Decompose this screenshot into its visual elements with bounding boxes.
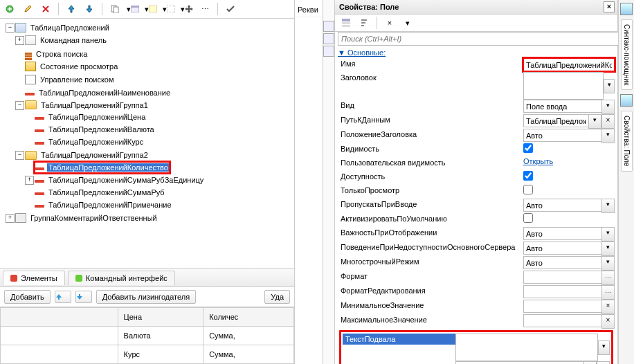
chevron-down-icon[interactable]: ▾: [601, 227, 615, 242]
uservis-link[interactable]: Открыть: [523, 157, 553, 165]
footer-path-input[interactable]: [455, 361, 583, 364]
tree-root[interactable]: ТаблицаПредложений: [29, 24, 111, 32]
ellipsis-icon[interactable]: …: [601, 285, 615, 300]
importance-select[interactable]: [523, 227, 601, 240]
max-input[interactable]: [523, 314, 601, 327]
chevron-down-icon[interactable]: ▾: [598, 340, 610, 355]
readonly-checkbox[interactable]: [523, 185, 533, 194]
field-icon: [35, 205, 44, 208]
tree-item[interactable]: Командная панель: [39, 36, 108, 44]
tree-item[interactable]: ТаблицаПредложенийПримечание: [47, 201, 173, 209]
tab-elements[interactable]: Элементы: [3, 271, 65, 285]
tree-group1[interactable]: ТаблицаПредложенийГруппа1: [39, 101, 150, 109]
multiline-select[interactable]: [523, 256, 601, 269]
more-icon[interactable]: ⋯: [198, 2, 212, 16]
expander-icon[interactable]: −: [6, 24, 15, 33]
syntax-tab[interactable]: Синтакс-помощник: [621, 19, 633, 90]
svg-rect-6: [167, 6, 175, 12]
close-icon[interactable]: ×: [604, 1, 615, 12]
mini-icon[interactable]: [323, 33, 334, 44]
rekv-label[interactable]: Рекви: [295, 3, 323, 17]
visibility-checkbox[interactable]: [523, 143, 533, 153]
clear-icon[interactable]: ×: [601, 314, 615, 329]
path-select[interactable]: [523, 114, 588, 127]
delete-icon[interactable]: [39, 2, 53, 16]
check-icon[interactable]: [224, 2, 237, 16]
kind-select[interactable]: [523, 100, 601, 113]
tree-item[interactable]: Состояние просмотра: [39, 62, 119, 71]
tree-item[interactable]: ТаблицаПредложенийСуммаРуб: [47, 188, 166, 197]
chevron-down-icon[interactable]: ▾: [588, 114, 601, 129]
tab-dot-icon: [10, 275, 17, 282]
activate-checkbox[interactable]: [523, 213, 533, 223]
panel-icon[interactable]: ▾: [144, 2, 158, 16]
sort-icon[interactable]: [357, 16, 371, 30]
tree-bottom[interactable]: ГруппаКомментарийОтветственный: [29, 214, 158, 222]
up-button[interactable]: [55, 291, 71, 303]
titlepos-select[interactable]: [523, 129, 601, 142]
prop-label: ФорматРедактирования: [338, 285, 523, 296]
clear-icon[interactable]: ×: [601, 114, 615, 129]
clear-icon[interactable]: ×: [597, 361, 610, 364]
down-icon[interactable]: [82, 2, 96, 16]
tree-item[interactable]: Строка поиска: [35, 50, 89, 58]
skip-select[interactable]: [523, 199, 601, 212]
min-input[interactable]: [523, 300, 601, 313]
expander-icon[interactable]: +: [25, 176, 34, 185]
chevron-down-icon[interactable]: ▾: [601, 199, 615, 213]
x-icon[interactable]: ×: [383, 16, 397, 30]
grid-cell: Сумма,: [203, 327, 294, 345]
behavior-select[interactable]: [523, 242, 601, 255]
tree-group2[interactable]: ТаблицаПредложенийГруппа2: [39, 151, 150, 159]
add-icon[interactable]: [3, 2, 17, 16]
tree-item[interactable]: ТаблицаПредложенийНаименование: [37, 89, 172, 97]
chevron-down-icon[interactable]: ▾: [601, 256, 615, 271]
editformat-input[interactable]: [523, 285, 601, 298]
syntax-icon[interactable]: [620, 3, 633, 15]
up-icon[interactable]: [64, 2, 78, 16]
expander-icon[interactable]: −: [15, 151, 24, 160]
ellipsis-icon[interactable]: …: [601, 271, 615, 285]
chevron-down-icon[interactable]: ▾: [601, 129, 615, 143]
tree-item[interactable]: Управление поиском: [39, 75, 116, 84]
chevron-down-icon[interactable]: ▾: [601, 100, 615, 114]
expander-icon[interactable]: +: [15, 36, 24, 45]
tab-cmd-interface[interactable]: Командный интерфейс: [68, 271, 175, 285]
title-input[interactable]: [523, 72, 604, 100]
tree-item[interactable]: ТаблицаПредложенийЦена: [47, 113, 147, 121]
props-tab[interactable]: Свойства: Поле: [621, 111, 633, 171]
chevron-down-icon[interactable]: ▾: [601, 242, 615, 256]
tree-item[interactable]: ТаблицаПредложенийКурс: [47, 138, 145, 146]
add-button[interactable]: Добавить: [4, 290, 51, 304]
format-input[interactable]: [523, 271, 601, 284]
chevron-down-icon[interactable]: ▾: [604, 79, 615, 93]
clear-icon[interactable]: ×: [601, 300, 615, 314]
move-icon[interactable]: ▾: [180, 2, 194, 16]
mini-icon[interactable]: [323, 46, 334, 57]
section-main[interactable]: ▼ Основные:: [338, 47, 615, 58]
footer-text-input[interactable]: [455, 334, 598, 361]
search-input[interactable]: [338, 32, 622, 46]
window-icon[interactable]: ▾: [126, 2, 140, 16]
form-tree: − ТаблицаПредложений +Командная панель С…: [0, 19, 294, 268]
expander-icon[interactable]: +: [6, 214, 15, 223]
chevron-down-icon[interactable]: ▾: [401, 16, 415, 30]
avail-checkbox[interactable]: [523, 171, 533, 181]
mini-icon[interactable]: [323, 21, 334, 32]
add-lessor-button[interactable]: Добавить лизингодателя: [96, 290, 196, 304]
copy-icon[interactable]: [108, 2, 122, 16]
chevron-down-icon[interactable]: ▾: [583, 361, 597, 364]
group-icon[interactable]: ▾: [162, 2, 176, 16]
props-icon[interactable]: [620, 94, 633, 107]
cat-icon[interactable]: [339, 16, 353, 30]
tree-item[interactable]: ТаблицаПредложенийСуммаРубЗаЕдиницу: [47, 176, 205, 184]
tree-item-selected[interactable]: ТаблицаПредложенийКоличество: [47, 163, 170, 172]
expander-icon[interactable]: −: [15, 101, 24, 110]
delete-button[interactable]: Уда: [264, 290, 290, 304]
field-icon: [35, 180, 44, 183]
edit-icon[interactable]: [21, 2, 35, 16]
tree-item[interactable]: ТаблицаПредложенийВалюта: [47, 125, 156, 134]
down-button[interactable]: [75, 291, 92, 303]
grid-cell: Сумма,: [203, 345, 294, 364]
name-input[interactable]: [523, 58, 615, 71]
